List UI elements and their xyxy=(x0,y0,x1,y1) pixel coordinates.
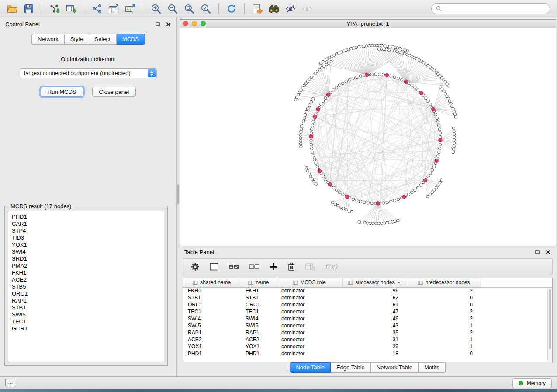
toolbar-separator xyxy=(143,3,143,14)
search-binoculars-button[interactable] xyxy=(266,2,282,16)
select-all-button[interactable] xyxy=(228,262,239,271)
search-input[interactable] xyxy=(444,6,545,12)
memory-status-dot-icon xyxy=(519,381,523,385)
mcds-result-item[interactable]: RAP1 xyxy=(12,297,164,304)
optimization-criterion-select[interactable]: largest connected component (undirected) xyxy=(20,68,157,78)
mcds-result-item[interactable]: GCR1 xyxy=(12,325,164,332)
column-header-successor-nodes[interactable]: successor nodes xyxy=(342,278,407,287)
window-zoom-traffic-light[interactable] xyxy=(201,21,206,26)
mcds-result-item[interactable]: STB1 xyxy=(12,304,164,311)
function-builder-button-disabled[interactable]: f(x) xyxy=(325,262,337,271)
window-minimize-traffic-light[interactable] xyxy=(192,21,197,26)
save-session-button[interactable] xyxy=(21,2,37,16)
mcds-result-item[interactable]: TEC1 xyxy=(12,318,164,325)
new-network-button[interactable] xyxy=(89,2,105,16)
control-panel-tabs: NetworkStyleSelectMCDS xyxy=(0,34,176,45)
mcds-result-item[interactable]: ACE2 xyxy=(12,276,164,283)
table-row[interactable]: RAP1RAP1dominator352 xyxy=(183,329,552,336)
mcds-result-item[interactable]: CAR1 xyxy=(12,220,164,227)
tab-style[interactable]: Style xyxy=(65,34,89,45)
tab-node-table[interactable]: Node Table xyxy=(290,362,331,373)
import-table-button[interactable] xyxy=(63,2,79,16)
table-vertical-scrollbar[interactable] xyxy=(547,288,552,362)
table-settings-button[interactable] xyxy=(190,262,200,272)
table-row[interactable]: PHD1PHD1dominator180 xyxy=(183,350,552,357)
control-panel: Control Panel NetworkStyleSelectMCDS Opt… xyxy=(0,17,177,376)
zoom-in-button[interactable] xyxy=(148,2,164,16)
mcds-result-item[interactable]: SWI4 xyxy=(12,248,164,255)
share-document-button[interactable] xyxy=(249,2,265,16)
deselect-all-button[interactable] xyxy=(249,262,260,271)
unchecked-boxes-icon xyxy=(249,262,260,271)
add-column-button[interactable] xyxy=(269,262,278,271)
mcds-result-item[interactable]: SRD1 xyxy=(12,255,164,262)
float-table-panel-button[interactable] xyxy=(534,249,540,255)
delete-table-button-disabled[interactable] xyxy=(305,262,315,271)
mcds-result-item[interactable]: PHD1 xyxy=(12,213,164,220)
column-header-name[interactable]: name xyxy=(241,278,277,287)
network-window-titlebar[interactable]: YPA_prune.txt_1 xyxy=(180,20,556,28)
search-icon xyxy=(436,6,442,11)
tab-select[interactable]: Select xyxy=(89,34,117,45)
close-panel-button-secondary[interactable]: Close panel xyxy=(92,87,136,97)
hide-graphics-details-button[interactable] xyxy=(283,2,298,16)
memory-button[interactable]: Memory xyxy=(512,378,552,388)
tab-mcds[interactable]: MCDS xyxy=(117,34,145,45)
import-network-button[interactable] xyxy=(47,2,62,16)
zoom-selected-button[interactable] xyxy=(198,2,214,16)
control-panel-title: Control Panel xyxy=(5,21,40,28)
toolbar-separator xyxy=(244,3,245,14)
plus-icon xyxy=(269,262,278,271)
mcds-result-item[interactable]: FKH1 xyxy=(12,269,164,276)
delete-column-button[interactable] xyxy=(287,262,296,272)
float-panel-button[interactable] xyxy=(155,21,161,27)
table-panel: Table Panel xyxy=(178,246,557,376)
mcds-result-item[interactable]: STB5 xyxy=(12,283,164,290)
column-header-MCDS-role[interactable]: MCDS role xyxy=(277,278,342,287)
select-stepper-icon xyxy=(148,69,156,77)
export-table-button[interactable] xyxy=(106,2,121,16)
show-panels-button[interactable] xyxy=(5,379,15,387)
table-row[interactable]: TEC1TEC1connector472 xyxy=(183,308,552,315)
table-row[interactable]: ACE2ACE2connector311 xyxy=(183,336,552,343)
table-row[interactable]: FKH1FKH1dominator962 xyxy=(183,287,552,294)
tab-motifs[interactable]: Motifs xyxy=(419,362,446,373)
zoom-fit-button[interactable] xyxy=(181,2,197,16)
mcds-result-list[interactable]: PHD1CAR1STP4TID3YOX1SWI4SRD1PMA2FKH1ACE2… xyxy=(8,211,164,362)
table-row[interactable]: SWI4SWI4dominator462 xyxy=(183,315,552,322)
show-graphics-details-button[interactable] xyxy=(299,2,315,16)
zoom-out-button[interactable] xyxy=(165,2,180,16)
optimization-criterion-value: largest connected component (undirected) xyxy=(24,70,131,76)
tab-network[interactable]: Network xyxy=(31,34,65,45)
column-header-predecessor-nodes[interactable]: predecessor nodes xyxy=(407,278,481,287)
refresh-button[interactable] xyxy=(224,2,239,16)
status-bar: Memory xyxy=(0,376,557,389)
table-panel-tabs: Node TableEdge TableNetwork TableMotifs xyxy=(178,362,557,373)
mcds-result-item[interactable]: YOX1 xyxy=(12,241,164,248)
mcds-result-item[interactable]: STP4 xyxy=(12,227,164,234)
show-column-button[interactable] xyxy=(209,262,219,271)
tab-network-table[interactable]: Network Table xyxy=(371,362,419,373)
mcds-result-item[interactable]: PMA2 xyxy=(12,262,164,269)
close-table-panel-button[interactable] xyxy=(545,249,551,255)
checked-boxes-icon xyxy=(228,262,239,271)
table-row[interactable]: ORC1ORC1dominator610 xyxy=(183,301,552,308)
tab-edge-table[interactable]: Edge Table xyxy=(331,362,371,373)
open-session-button[interactable] xyxy=(4,2,20,16)
network-graph[interactable] xyxy=(180,28,556,237)
table-row[interactable]: STB1STB1dominator620 xyxy=(183,294,552,301)
table-row[interactable]: YOX1YOX1connector291 xyxy=(183,343,552,350)
window-close-traffic-light[interactable] xyxy=(183,21,188,26)
mcds-result-item[interactable]: SWI5 xyxy=(12,311,164,318)
table-row[interactable]: SWI5SWI5connector431 xyxy=(183,322,552,329)
export-image-button[interactable] xyxy=(122,2,138,16)
column-header-shared-name[interactable]: shared name xyxy=(183,278,241,287)
splitter-scrollbar-thumb[interactable] xyxy=(177,184,179,204)
eye-slash-icon xyxy=(285,3,296,14)
mcds-result-item[interactable]: ORC1 xyxy=(12,290,164,297)
mcds-action-buttons: Run MCDS Close panel xyxy=(0,87,176,97)
close-panel-button[interactable] xyxy=(165,21,171,27)
table-scrollbar-thumb[interactable] xyxy=(549,289,551,349)
mcds-result-item[interactable]: TID3 xyxy=(12,234,164,241)
run-mcds-button[interactable]: Run MCDS xyxy=(41,87,83,97)
